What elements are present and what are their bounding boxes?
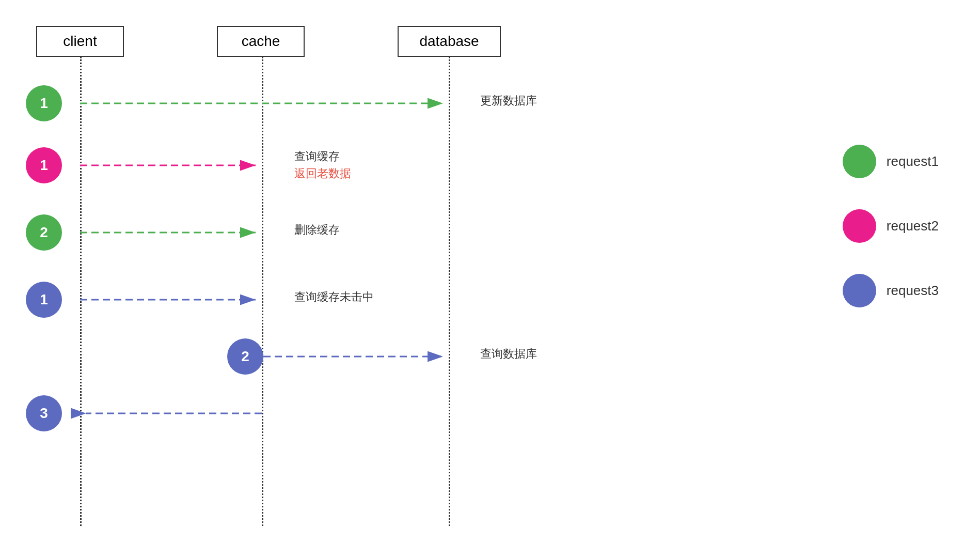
label-query-cache-line1: 查询缓存 [294,148,351,165]
vline-client [80,57,82,526]
legend-item-request3: request3 [843,274,939,307]
legend-circle-request1 [843,145,876,178]
label-query-db: 查询数据库 [480,346,537,362]
diagram-container: client cache database [0,0,980,557]
legend-label-request3: request3 [887,283,939,299]
step-circle-5: 2 [227,338,263,375]
arrows-svg [0,0,980,557]
label-query-cache-line2: 返回老数据 [294,165,351,182]
label-query-cache: 查询缓存 返回老数据 [294,148,351,182]
legend-circle-request2 [843,209,876,243]
legend-circle-request3 [843,274,876,307]
legend: request1 request2 request3 [843,145,939,307]
vline-database [449,57,450,526]
vline-cache [262,57,263,526]
label-update-db: 更新数据库 [480,93,537,109]
header-database: database [398,26,501,57]
step-circle-1: 1 [26,85,62,121]
label-delete-cache: 删除缓存 [294,222,340,238]
step-circle-3: 2 [26,214,62,251]
header-cache: cache [217,26,305,57]
legend-item-request2: request2 [843,209,939,243]
header-client: client [36,26,124,57]
legend-label-request1: request1 [887,153,939,169]
step-circle-6: 3 [26,395,62,431]
step-circle-4: 1 [26,282,62,318]
legend-item-request1: request1 [843,145,939,178]
step-circle-2: 1 [26,147,62,183]
legend-label-request2: request2 [887,218,939,234]
label-cache-miss: 查询缓存未击中 [294,289,374,305]
